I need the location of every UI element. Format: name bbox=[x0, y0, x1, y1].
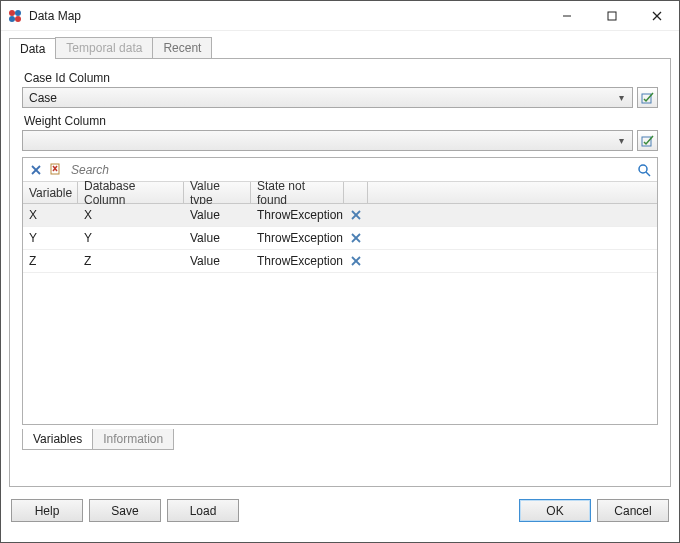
close-button[interactable] bbox=[634, 1, 679, 30]
maximize-button[interactable] bbox=[589, 1, 634, 30]
lower-tabstrip: Variables Information bbox=[22, 429, 658, 450]
case-id-combo[interactable]: Case ▾ bbox=[22, 87, 633, 108]
button-label: OK bbox=[546, 504, 563, 518]
tab-temporal-data[interactable]: Temporal data bbox=[55, 37, 153, 58]
cell-variable: Y bbox=[23, 231, 78, 245]
grid-header: Variable Database Column Value type Stat… bbox=[23, 182, 657, 204]
table-row[interactable]: ZZValueThrowException bbox=[23, 250, 657, 273]
cell-vtype: Value bbox=[184, 254, 251, 268]
ok-button[interactable]: OK bbox=[519, 499, 591, 522]
titlebar: Data Map bbox=[1, 1, 679, 31]
ltab-variables[interactable]: Variables bbox=[22, 429, 93, 450]
tab-recent[interactable]: Recent bbox=[152, 37, 212, 58]
svg-line-16 bbox=[646, 172, 650, 176]
svg-point-3 bbox=[15, 16, 21, 22]
row-delete-icon[interactable] bbox=[344, 210, 368, 220]
grid-body: XXValueThrowExceptionYYValueThrowExcepti… bbox=[23, 204, 657, 424]
window-title: Data Map bbox=[29, 9, 544, 23]
load-button[interactable]: Load bbox=[167, 499, 239, 522]
cell-dbcol: Y bbox=[78, 231, 184, 245]
search-icon[interactable] bbox=[635, 161, 653, 179]
ltab-information[interactable]: Information bbox=[92, 429, 174, 450]
row-delete-icon[interactable] bbox=[344, 233, 368, 243]
case-id-label: Case Id Column bbox=[24, 71, 658, 85]
table-row[interactable]: XXValueThrowException bbox=[23, 204, 657, 227]
cell-variable: X bbox=[23, 208, 78, 222]
cell-snf: ThrowException bbox=[251, 208, 344, 222]
button-label: Help bbox=[35, 504, 60, 518]
chevron-down-icon: ▾ bbox=[614, 135, 628, 146]
cell-snf: ThrowException bbox=[251, 254, 344, 268]
main-tabstrip: Data Temporal data Recent bbox=[9, 37, 671, 59]
svg-rect-8 bbox=[642, 94, 651, 103]
button-label: Cancel bbox=[614, 504, 651, 518]
col-variable[interactable]: Variable bbox=[23, 182, 78, 203]
cancel-button[interactable]: Cancel bbox=[597, 499, 669, 522]
col-spacer bbox=[368, 182, 657, 203]
row-delete-icon[interactable] bbox=[344, 256, 368, 266]
svg-point-1 bbox=[15, 10, 21, 16]
delete-icon[interactable] bbox=[27, 161, 45, 179]
clear-all-icon[interactable] bbox=[47, 161, 65, 179]
ltab-label: Variables bbox=[33, 432, 82, 446]
svg-rect-5 bbox=[608, 12, 616, 20]
ltab-label: Information bbox=[103, 432, 163, 446]
button-label: Load bbox=[190, 504, 217, 518]
col-value-type[interactable]: Value type bbox=[184, 182, 251, 203]
weight-toggle-button[interactable] bbox=[637, 130, 658, 151]
col-database-column[interactable]: Database Column bbox=[78, 182, 184, 203]
dialog-footer: Help Save Load OK Cancel bbox=[1, 493, 679, 528]
weight-label: Weight Column bbox=[24, 114, 658, 128]
svg-rect-9 bbox=[642, 137, 651, 146]
tab-data[interactable]: Data bbox=[9, 38, 56, 59]
cell-snf: ThrowException bbox=[251, 231, 344, 245]
tab-label: Data bbox=[20, 42, 45, 56]
svg-point-2 bbox=[9, 16, 15, 22]
weight-combo[interactable]: ▾ bbox=[22, 130, 633, 151]
svg-point-15 bbox=[639, 165, 647, 173]
variables-grid: Variable Database Column Value type Stat… bbox=[22, 157, 658, 425]
tab-content: Case Id Column Case ▾ Weight Column ▾ bbox=[9, 59, 671, 487]
help-button[interactable]: Help bbox=[11, 499, 83, 522]
cell-dbcol: X bbox=[78, 208, 184, 222]
minimize-button[interactable] bbox=[544, 1, 589, 30]
app-icon bbox=[7, 8, 23, 24]
case-id-value: Case bbox=[29, 91, 614, 105]
tab-label: Recent bbox=[163, 41, 201, 55]
button-label: Save bbox=[111, 504, 138, 518]
col-delete bbox=[344, 182, 368, 203]
col-state-not-found[interactable]: State not found bbox=[251, 182, 344, 203]
table-row[interactable]: YYValueThrowException bbox=[23, 227, 657, 250]
tab-label: Temporal data bbox=[66, 41, 142, 55]
cell-vtype: Value bbox=[184, 208, 251, 222]
cell-dbcol: Z bbox=[78, 254, 184, 268]
search-input[interactable] bbox=[67, 161, 633, 179]
svg-point-0 bbox=[9, 10, 15, 16]
save-button[interactable]: Save bbox=[89, 499, 161, 522]
cell-variable: Z bbox=[23, 254, 78, 268]
case-id-toggle-button[interactable] bbox=[637, 87, 658, 108]
cell-vtype: Value bbox=[184, 231, 251, 245]
chevron-down-icon: ▾ bbox=[614, 92, 628, 103]
